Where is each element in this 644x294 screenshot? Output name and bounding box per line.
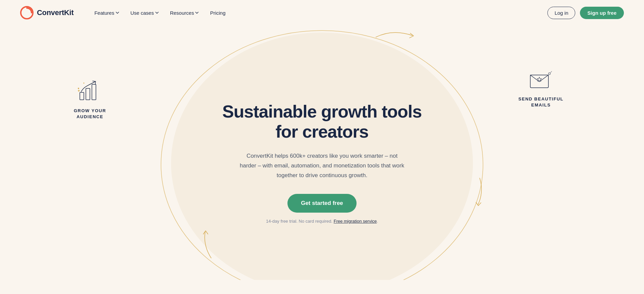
signup-button[interactable]: Sign up free bbox=[580, 7, 624, 19]
nav-resources[interactable]: Resources bbox=[165, 7, 204, 18]
hero-section: GROW YOURAUDIENCE SEND BEAUTIFULEMAILS S… bbox=[0, 25, 644, 280]
migration-link[interactable]: Free migration service bbox=[334, 219, 377, 224]
login-button[interactable]: Log in bbox=[547, 7, 575, 19]
nav-features[interactable]: Features bbox=[90, 7, 123, 18]
navbar: ConvertKit Features Use cases Resources … bbox=[0, 0, 644, 25]
nav-use-cases[interactable]: Use cases bbox=[126, 7, 163, 18]
svg-point-5 bbox=[78, 88, 79, 89]
svg-rect-4 bbox=[92, 84, 96, 100]
hero-title: Sustainable growth tools for creators bbox=[218, 102, 426, 142]
feature-grow-audience-label: GROW YOURAUDIENCE bbox=[74, 108, 106, 120]
hero-note: 14-day free trial. No card required. Fre… bbox=[218, 219, 426, 224]
chevron-down-icon bbox=[195, 11, 199, 14]
svg-rect-3 bbox=[86, 88, 90, 100]
hero-content: Sustainable growth tools for creators Co… bbox=[218, 82, 426, 223]
logo-text: ConvertKit bbox=[37, 8, 73, 17]
grow-audience-icon bbox=[76, 79, 103, 102]
cta-button[interactable]: Get started free bbox=[287, 194, 357, 213]
send-emails-icon bbox=[528, 69, 554, 91]
feature-send-emails: SEND BEAUTIFULEMAILS bbox=[519, 69, 564, 108]
feature-send-emails-label: SEND BEAUTIFULEMAILS bbox=[519, 96, 564, 108]
nav-links: Features Use cases Resources Pricing bbox=[90, 7, 547, 18]
logo[interactable]: ConvertKit bbox=[20, 6, 73, 19]
hero-subtitle: ConvertKit helps 600k+ creators like you… bbox=[238, 151, 406, 180]
svg-rect-2 bbox=[80, 92, 84, 100]
feature-grow-audience: GROW YOURAUDIENCE bbox=[74, 79, 106, 120]
svg-point-6 bbox=[84, 83, 85, 84]
chevron-down-icon bbox=[116, 11, 119, 14]
svg-point-8 bbox=[548, 73, 550, 75]
nav-pricing[interactable]: Pricing bbox=[205, 7, 230, 18]
svg-line-9 bbox=[550, 71, 552, 73]
nav-actions: Log in Sign up free bbox=[547, 7, 624, 19]
chevron-down-icon bbox=[155, 11, 159, 14]
